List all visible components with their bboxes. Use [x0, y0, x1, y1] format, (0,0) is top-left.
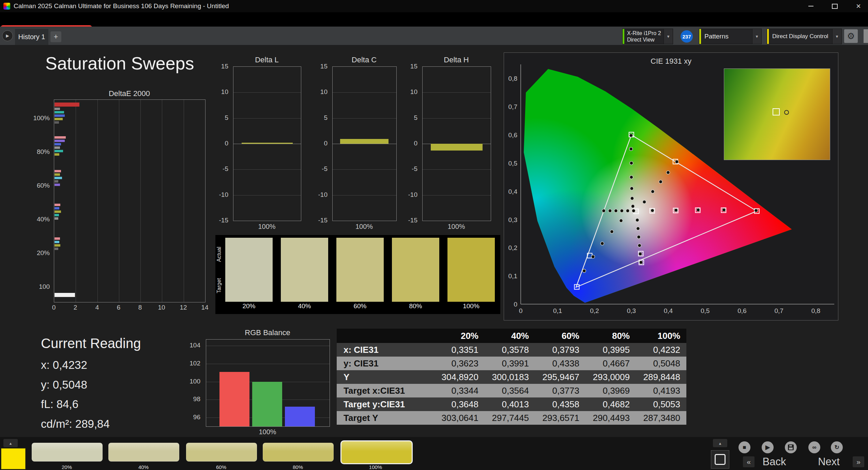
gridline [162, 100, 162, 302]
save-button[interactable] [785, 441, 797, 453]
table-cell: 287,3480 [636, 411, 686, 425]
gridline [423, 169, 491, 170]
pattern-step-20%[interactable] [32, 443, 103, 461]
measured-point [626, 209, 629, 213]
collapse-button[interactable]: ▴ [713, 439, 727, 447]
deltae-bar [55, 143, 61, 145]
deltae-y-axis: 100%80%60%40%20%100 [18, 99, 52, 302]
measured-point [638, 244, 641, 247]
saturation-swatch [336, 238, 384, 302]
next-page-button[interactable]: » [853, 456, 864, 467]
axis-tick-label: 0,7 [774, 307, 783, 314]
continuous-measure-button[interactable]: ∞ [808, 441, 820, 453]
play-button[interactable]: ▶ [762, 441, 774, 453]
table-header-cell: 40% [485, 329, 535, 343]
axis-tick-label: 10 [153, 304, 170, 311]
gridline [333, 92, 396, 93]
ddc-label: Direct Display Control [772, 33, 828, 40]
restore-button[interactable] [827, 0, 842, 12]
restore-icon [832, 4, 838, 9]
toolbar-edge-button[interactable] [864, 29, 868, 43]
gridline [233, 144, 301, 144]
history-nav-button[interactable]: ▶ [2, 30, 13, 41]
saturation-swatch [281, 238, 328, 302]
table-header-cell: 100% [636, 329, 686, 343]
measured-point [629, 134, 633, 137]
close-button[interactable]: × [851, 0, 866, 12]
meter-name: X-Rite i1Pro 2 [627, 30, 661, 36]
cie-title: CIE 1931 xy [504, 57, 838, 66]
axis-tick-label: 0,4 [508, 188, 518, 195]
axis-tick-label: 0,2 [508, 244, 517, 251]
table-header-cell: 60% [535, 329, 585, 343]
gridline [423, 92, 491, 93]
inset-measured-marker [784, 110, 789, 115]
back-button[interactable]: Back [755, 455, 793, 469]
measured-point [659, 180, 663, 184]
saturation-swatch-label: 60% [336, 302, 384, 310]
meter-label: X-Rite i1Pro 2 Direct View [627, 30, 661, 43]
previous-page-button[interactable]: « [743, 456, 755, 467]
stop-button[interactable]: ■ [738, 441, 750, 453]
delta-l-title: Delta L [233, 56, 301, 64]
measured-point [600, 242, 604, 245]
pattern-step-40%[interactable] [108, 443, 179, 461]
pattern-step-60%[interactable] [186, 443, 257, 461]
deltae-bar [55, 103, 79, 107]
measured-point [755, 209, 758, 212]
next-button[interactable]: Next [810, 455, 848, 469]
deltae-bar [55, 153, 59, 156]
table-cell: 0,3648 [434, 397, 485, 411]
deltae-chart-title: DeltaE 2000 [54, 89, 205, 98]
table-cell: 0,3773 [535, 384, 585, 397]
measured-point [643, 200, 646, 204]
measured-point [620, 209, 624, 213]
table-row-label: y: CIE31 [337, 357, 434, 370]
deltae-bar [55, 146, 60, 149]
collapse-button[interactable]: ▴ [3, 439, 18, 447]
cie-inset-zoom [724, 68, 830, 160]
measured-point [629, 147, 633, 151]
window-title: Calman 2025 Calman Ultimate for Business… [14, 0, 229, 12]
deltae-bar [55, 244, 60, 247]
meter-accent-stripe [623, 29, 624, 44]
pattern-step-80%[interactable] [263, 443, 334, 461]
window-titlebar: Calman 2025 Calman Ultimate for Business… [0, 0, 868, 12]
table-cell: 0,3969 [585, 384, 636, 397]
refresh-button[interactable]: ↻ [831, 441, 843, 453]
saturation-swatch [392, 238, 439, 302]
saturation-swatch-label: 20% [225, 302, 273, 310]
measured-point [722, 208, 726, 212]
axis-tick-label: 5 [403, 114, 420, 122]
table-row-label: Y [337, 370, 434, 384]
actual-label: Actual [216, 240, 224, 269]
pattern-step-label: 60% [186, 464, 256, 470]
table-cell: 303,0641 [434, 411, 485, 425]
table-cell: 0,4193 [636, 384, 686, 397]
tab-history-1[interactable]: History 1 [15, 29, 48, 45]
reading-y: y: 0,5048 [41, 378, 87, 391]
play-arrow-icon: ▶ [6, 33, 9, 38]
patterns-dropdown[interactable]: Patterns ▼ [699, 29, 762, 44]
deltae-bar [55, 114, 65, 117]
deltae-bar [55, 170, 61, 172]
settings-button[interactable]: ⚙ [844, 29, 858, 43]
pattern-step-100%[interactable] [340, 440, 413, 464]
table-header-cell: 80% [585, 329, 636, 343]
add-tab-button[interactable]: + [50, 31, 61, 42]
measured-point [610, 230, 613, 233]
display-control-dropdown[interactable]: Direct Display Control ▼ [767, 29, 842, 44]
table-cell: 297,7445 [485, 411, 535, 425]
minimize-icon [808, 6, 813, 6]
measured-point [630, 175, 633, 179]
axis-tick-label: 10 [313, 88, 330, 96]
measured-point [651, 209, 654, 212]
pattern-window-button[interactable] [711, 450, 729, 469]
axis-tick-label: -5 [313, 165, 330, 173]
target-label: Target [216, 271, 224, 300]
minimize-button[interactable] [803, 0, 819, 12]
gridline [333, 195, 396, 195]
deltae-bar [55, 177, 62, 179]
meter-dropdown[interactable]: X-Rite i1Pro 2 Direct View ▼ [622, 29, 673, 44]
rgb-bar-blue [285, 407, 315, 426]
